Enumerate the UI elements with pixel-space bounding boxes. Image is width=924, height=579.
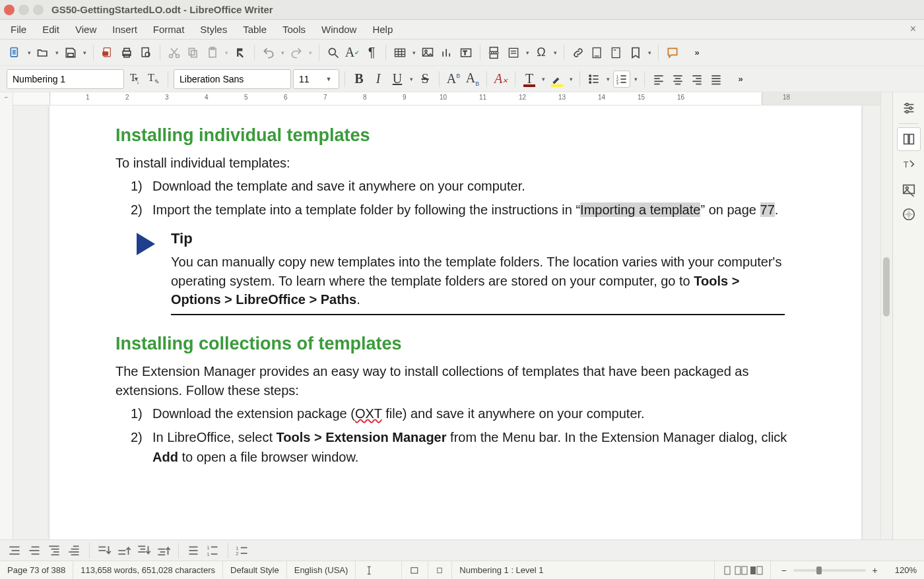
insert-chart-button[interactable] [438,44,455,61]
menu-format[interactable]: Format [145,22,193,37]
promote-sub-button[interactable] [66,543,83,558]
underline-dropdown[interactable]: ▾ [408,76,414,82]
formatting-marks-button[interactable]: ¶ [363,44,380,61]
new-button[interactable] [7,44,24,61]
special-char-dropdown[interactable]: ▾ [552,49,558,56]
insert-endnote-button[interactable] [608,44,625,61]
demote-sub-button[interactable] [46,543,63,558]
paragraph-style-combo[interactable]: ▼ [7,69,124,89]
view-book-icon[interactable] [750,565,763,576]
status-page-style[interactable]: Default Style [223,561,287,579]
font-name-combo[interactable]: ▼ [174,69,291,89]
move-up-button[interactable] [116,543,133,558]
zoom-control[interactable]: − + [771,561,887,579]
highlight-button[interactable] [548,71,566,88]
redo-dropdown[interactable]: ▾ [307,49,314,56]
subscript-button[interactable]: AB [464,71,481,88]
insert-field-button[interactable] [505,44,522,61]
insert-table-dropdown[interactable]: ▾ [411,49,417,56]
numbered-list-dropdown[interactable]: ▾ [632,76,639,82]
menu-insert[interactable]: Insert [104,22,145,37]
font-color-button[interactable]: T [521,71,538,88]
paragraph-style-input[interactable] [7,70,133,88]
document-page[interactable]: Installing individual templates To insta… [50,106,861,539]
update-style-button[interactable]: T↓ [126,71,143,88]
align-center-button[interactable] [669,71,686,88]
status-insert-mode[interactable] [356,561,402,579]
cut-button[interactable] [166,44,183,61]
menu-edit[interactable]: Edit [34,22,67,37]
formatting-more-icon[interactable]: » [732,71,749,88]
find-replace-button[interactable] [325,44,342,61]
save-button[interactable] [62,44,79,61]
move-down-button[interactable] [96,543,113,558]
status-wordcount[interactable]: 113,658 words, 651,028 characters [73,561,223,579]
redo-button[interactable] [288,44,305,61]
document-viewport[interactable]: Installing individual templates To insta… [13,106,880,539]
clear-formatting-button[interactable]: A✕ [492,71,510,88]
hyperlink-button[interactable] [570,44,587,61]
cross-reference-field[interactable]: Importing a template [580,202,700,217]
menu-tools[interactable]: Tools [275,22,314,37]
bold-button[interactable]: B [350,71,368,88]
bullet-list-button[interactable] [585,71,603,88]
highlight-dropdown[interactable]: ▾ [568,76,574,82]
clone-formatting-button[interactable] [232,44,249,61]
sidebar-properties-button[interactable] [897,127,921,151]
menu-help[interactable]: Help [364,22,401,37]
sidebar-navigator-button[interactable] [897,202,921,226]
font-name-input[interactable] [174,70,300,88]
no-number-button[interactable] [185,543,202,558]
view-single-icon[interactable] [722,565,733,576]
font-color-dropdown[interactable]: ▾ [540,76,546,82]
undo-dropdown[interactable]: ▾ [279,49,286,56]
zoom-out-button[interactable]: − [778,565,789,576]
status-page[interactable]: Page 73 of 388 [0,561,73,579]
zoom-slider-knob[interactable] [816,566,822,574]
open-button[interactable] [34,44,51,61]
zoom-slider[interactable] [793,569,866,572]
vertical-scrollbar[interactable] [880,92,892,539]
move-down-sub-button[interactable] [135,543,152,558]
view-multi-icon[interactable] [735,565,748,576]
paste-dropdown[interactable]: ▾ [223,49,230,56]
save-dropdown[interactable]: ▾ [81,49,88,56]
align-justify-button[interactable] [708,71,725,88]
align-left-button[interactable] [650,71,667,88]
insert-image-button[interactable] [419,44,436,61]
status-zoom-value[interactable]: 120% [888,561,924,579]
special-char-button[interactable]: Ω [533,44,550,61]
strikethrough-button[interactable]: S [416,71,434,88]
chevron-down-icon[interactable]: ▼ [323,76,335,82]
document-close-icon[interactable]: × [910,23,916,35]
menu-table[interactable]: Table [235,22,275,37]
status-outline[interactable]: Numbering 1 : Level 1 [452,561,715,579]
sidebar-gallery-button[interactable] [897,177,921,201]
promote-one-button[interactable] [26,543,44,558]
superscript-button[interactable]: AB [445,71,462,88]
new-dropdown[interactable]: ▾ [26,49,32,56]
scroll-thumb[interactable] [883,257,890,317]
insert-table-button[interactable] [391,44,409,61]
status-doc-modified[interactable] [428,561,452,579]
menu-styles[interactable]: Styles [192,22,235,37]
numbered-list-button[interactable]: 123 [613,71,630,88]
bullet-list-dropdown[interactable]: ▾ [605,76,611,82]
spellcheck-button[interactable]: A✔ [344,44,361,61]
insert-field-dropdown[interactable]: ▾ [524,49,531,56]
insert-textbox-button[interactable]: T [457,44,475,61]
menu-file[interactable]: File [3,22,34,37]
restart-numbering-button[interactable]: 11 [205,543,222,558]
paste-button[interactable] [204,44,221,61]
bookmark-button[interactable] [627,44,644,61]
underline-button[interactable]: U [389,71,406,88]
menu-view[interactable]: View [67,22,104,37]
toolbar-more-icon[interactable]: » [688,44,706,61]
bookmark-dropdown[interactable]: ▾ [646,49,653,56]
horizontal-ruler[interactable]: 1 2 3 4 5 6 7 8 9 10 11 12 13 14 15 16 1… [13,92,880,106]
menu-window[interactable]: Window [314,22,364,37]
italic-button[interactable]: I [370,71,387,88]
status-view-layouts[interactable] [715,561,771,579]
window-close-button[interactable] [4,5,15,15]
export-pdf-button[interactable] [99,44,116,61]
